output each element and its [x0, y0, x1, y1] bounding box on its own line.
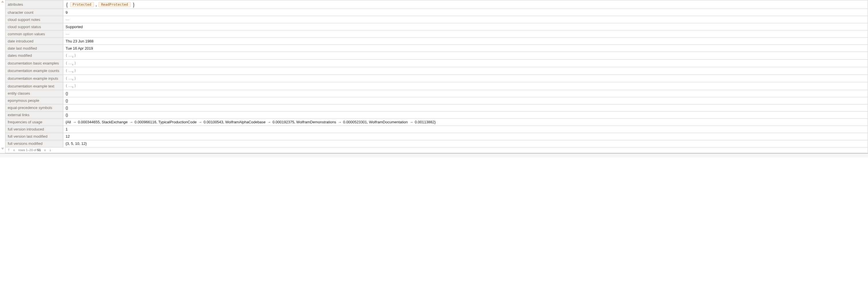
elided-list[interactable]: { …4 }	[66, 61, 76, 65]
property-value[interactable]: Thu 23 Jun 1988	[63, 37, 868, 45]
property-key[interactable]: documentation example text	[5, 82, 63, 90]
attribute-tag[interactable]: Protected	[70, 2, 94, 7]
property-value[interactable]: Tue 16 Apr 2019	[63, 45, 868, 52]
list-separator: ,	[223, 120, 225, 124]
ellipsis-icon: …	[68, 61, 72, 65]
property-key[interactable]: external links	[5, 111, 63, 118]
property-key[interactable]: attributes	[5, 0, 63, 9]
property-key[interactable]: documentation basic examples	[5, 59, 63, 67]
table-row: frequencies of usage{All → 0.000344655, …	[5, 118, 868, 126]
table-row: full versions modified{3, 5, 10, 12}	[5, 140, 868, 147]
table-row: full version last modified12	[5, 133, 868, 140]
property-value[interactable]: —	[63, 30, 868, 37]
elided-list[interactable]: { …9 }	[66, 68, 76, 73]
pagination-footer: ⤒ ∧ rows 1–20 of 51 ∨ ⤓	[5, 147, 868, 153]
property-key[interactable]: full versions modified	[5, 140, 63, 147]
value-text: {3, 5, 10, 12}	[66, 141, 87, 146]
missing-value-dash: —	[66, 18, 69, 22]
attribute-tag[interactable]: ReadProtected	[98, 2, 131, 7]
page-prev-icon[interactable]: ∧	[12, 148, 16, 152]
cell-group-open-bottom-icon[interactable]	[1, 148, 4, 150]
brace-open-icon: {	[66, 2, 68, 7]
property-value[interactable]: { …9 }	[63, 67, 868, 75]
property-key[interactable]: entity classes	[5, 90, 63, 97]
property-key[interactable]: cloud support status	[5, 23, 63, 30]
elided-list[interactable]: { …4 }	[66, 53, 76, 57]
property-value[interactable]: {Protected,ReadProtected}	[63, 0, 868, 9]
property-key[interactable]: equal-precedence symbols	[5, 104, 63, 111]
property-value[interactable]: { …9 }	[63, 75, 868, 82]
elided-list[interactable]: { …9 }	[66, 83, 76, 88]
property-value[interactable]: 12	[63, 133, 868, 140]
table-row: eponymous people{}	[5, 97, 868, 104]
property-key[interactable]: cloud support notes	[5, 16, 63, 23]
property-value[interactable]: { …4 }	[63, 52, 868, 60]
cell-group-open-top-icon[interactable]	[1, 1, 4, 3]
property-value[interactable]: {All → 0.000344655, StackExchange → 0.00…	[63, 118, 868, 126]
property-value[interactable]: {}	[63, 111, 868, 118]
table-row: documentation basic examples{ …4 }	[5, 59, 868, 67]
value-text: {}	[66, 113, 68, 117]
property-key[interactable]: dates modified	[5, 52, 63, 60]
page-next-icon[interactable]: ∨	[43, 148, 46, 152]
property-value[interactable]: { …4 }	[63, 59, 868, 67]
assoc-value: 0.00100543	[204, 120, 223, 124]
rows-total: 51	[37, 148, 41, 152]
property-key[interactable]: frequencies of usage	[5, 118, 63, 126]
rule-arrow-icon: →	[336, 120, 343, 124]
property-key[interactable]: character count	[5, 9, 63, 16]
assoc-value: 0.00113882	[415, 120, 434, 124]
list-separator: ,	[96, 1, 97, 7]
rule-arrow-icon: →	[128, 120, 134, 124]
property-value[interactable]: Supported	[63, 23, 868, 30]
table-row: attributes{Protected,ReadProtected}	[5, 0, 868, 9]
property-key[interactable]: common option values	[5, 30, 63, 37]
property-value[interactable]: —	[63, 16, 868, 23]
property-key[interactable]: eponymous people	[5, 97, 63, 104]
property-key[interactable]: date introduced	[5, 37, 63, 45]
property-key[interactable]: documentation example counts	[5, 67, 63, 75]
value-text: {}	[66, 99, 68, 103]
table-row: character count9	[5, 9, 868, 16]
page-last-icon[interactable]: ⤓	[49, 148, 52, 152]
value-text: {}	[66, 91, 68, 96]
property-key[interactable]: date last modified	[5, 45, 63, 52]
property-value[interactable]: {}	[63, 90, 868, 97]
assoc-key: All	[67, 120, 71, 124]
elided-list[interactable]: { …9 }	[66, 76, 76, 80]
rows-of: of	[33, 148, 37, 152]
property-key[interactable]: full version last modified	[5, 133, 63, 140]
property-key[interactable]: full version introduced	[5, 126, 63, 133]
property-value[interactable]: 9	[63, 9, 868, 16]
table-row: full version introduced1	[5, 126, 868, 133]
brace-close-icon: }	[73, 76, 76, 80]
rule-arrow-icon: →	[196, 120, 203, 124]
dataset-panel: attributes{Protected,ReadProtected}chara…	[0, 0, 868, 154]
horizontal-scrollbar-track[interactable]	[0, 154, 868, 158]
property-key[interactable]: documentation example inputs	[5, 75, 63, 82]
brace-close-icon: }	[73, 83, 76, 88]
assoc-value: 0.000966116	[134, 120, 156, 124]
property-value[interactable]: 1	[63, 126, 868, 133]
rows-range: 1–20	[26, 148, 33, 152]
brace-open-icon: {	[66, 68, 68, 73]
rule-arrow-icon: →	[408, 120, 415, 124]
page-first-icon[interactable]: ⤒	[7, 148, 10, 152]
table-row: external links{}	[5, 111, 868, 118]
property-value[interactable]: {}	[63, 97, 868, 104]
table-row: documentation example text{ …9 }	[5, 82, 868, 90]
value-text: {}	[66, 106, 68, 110]
brace-close-icon: }	[434, 120, 436, 124]
value-text: 1	[66, 127, 68, 131]
property-value[interactable]: {3, 5, 10, 12}	[63, 140, 868, 147]
association-list: {All → 0.000344655, StackExchange → 0.00…	[66, 120, 436, 124]
property-table: attributes{Protected,ReadProtected}chara…	[5, 0, 868, 147]
assoc-value: 0.0000523301	[343, 120, 367, 124]
value-text: Supported	[66, 25, 83, 29]
ellipsis-icon: …	[68, 76, 72, 80]
ellipsis-icon: …	[68, 53, 72, 57]
assoc-key: WolframDemonstrations	[297, 120, 336, 124]
property-value[interactable]: {}	[63, 104, 868, 111]
property-value[interactable]: { …9 }	[63, 82, 868, 90]
brace-close-icon: }	[73, 53, 76, 57]
